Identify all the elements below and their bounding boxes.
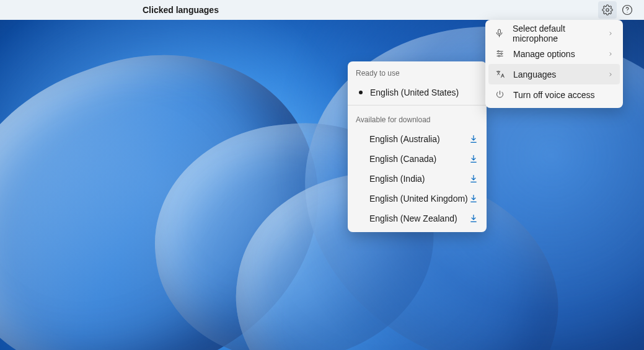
bullet-icon [359, 91, 363, 94]
menu-item-languages[interactable]: Languages [488, 64, 620, 84]
settings-button[interactable] [598, 1, 617, 19]
gear-icon [602, 4, 613, 16]
language-icon [495, 70, 505, 79]
language-item-selected[interactable]: English (United States) [348, 83, 487, 102]
ready-header: Ready to use [348, 61, 487, 83]
language-item[interactable]: English (Canada) [348, 149, 487, 169]
power-icon [495, 90, 505, 99]
menu-item-manage-options[interactable]: Manage options [488, 43, 620, 64]
svg-point-6 [498, 55, 500, 57]
language-item[interactable]: English (India) [348, 169, 487, 189]
options-icon [495, 49, 505, 58]
menu-item-label: Turn off voice access [513, 90, 595, 100]
svg-point-0 [606, 9, 609, 12]
language-item[interactable]: English (New Zealand) [348, 209, 487, 228]
language-label: English (United States) [370, 88, 459, 97]
settings-menu: Select default microphone Manage options… [485, 20, 623, 108]
chevron-right-icon [607, 51, 614, 57]
language-item[interactable]: English (United Kingdom) [348, 189, 487, 209]
menu-item-label: Select default microphone [513, 24, 599, 43]
language-label: English (United Kingdom) [356, 194, 468, 204]
help-button[interactable] [618, 1, 637, 19]
svg-rect-3 [498, 29, 501, 34]
chevron-right-icon [607, 30, 614, 37]
menu-item-turn-off[interactable]: Turn off voice access [488, 84, 620, 105]
svg-point-5 [500, 53, 502, 55]
help-icon [622, 4, 633, 16]
microphone-icon [495, 29, 504, 38]
download-header: Available for download [348, 108, 487, 129]
title-bar: Clicked languages [0, 0, 644, 20]
menu-item-microphone[interactable]: Select default microphone [488, 23, 620, 43]
divider [348, 105, 487, 105]
download-icon[interactable] [469, 213, 479, 223]
download-icon[interactable] [469, 134, 479, 144]
menu-item-label: Languages [513, 70, 556, 79]
language-label: English (New Zealand) [356, 213, 457, 223]
language-label: English (India) [356, 174, 425, 184]
page-title: Clicked languages [7, 5, 219, 15]
language-label: English (Canada) [356, 154, 436, 164]
download-icon[interactable] [469, 174, 479, 184]
download-icon[interactable] [469, 154, 479, 164]
svg-point-2 [627, 12, 627, 12]
chevron-right-icon [607, 71, 614, 78]
title-bar-actions [598, 1, 637, 19]
language-item[interactable]: English (Australia) [348, 129, 487, 149]
download-icon[interactable] [469, 194, 479, 204]
language-label: English (Australia) [356, 134, 440, 144]
menu-item-label: Manage options [513, 49, 575, 59]
languages-panel: Ready to use English (United States) Ava… [348, 61, 487, 232]
svg-point-4 [497, 51, 499, 53]
